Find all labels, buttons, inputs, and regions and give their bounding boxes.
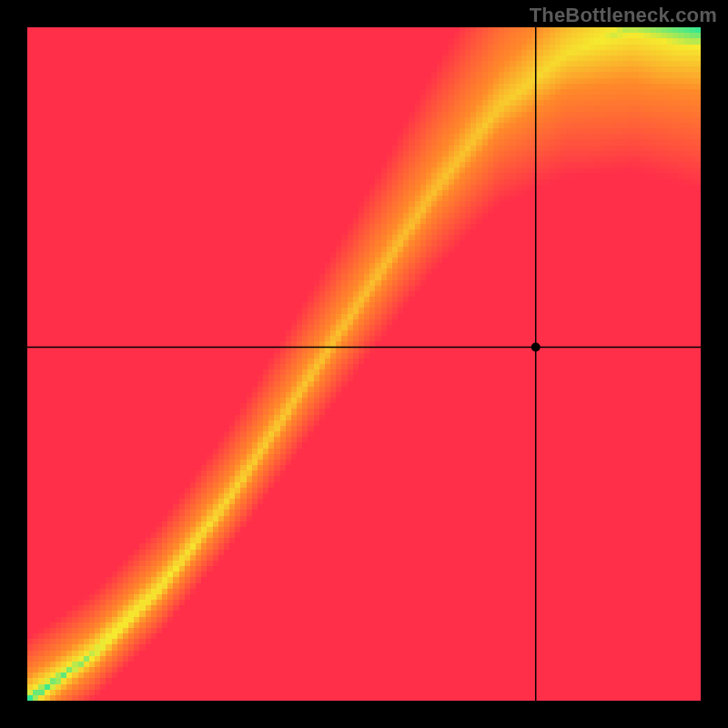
bottleneck-heatmap	[27, 27, 701, 701]
chart-container: TheBottleneck.com	[0, 0, 728, 728]
attribution-label: TheBottleneck.com	[530, 4, 717, 27]
